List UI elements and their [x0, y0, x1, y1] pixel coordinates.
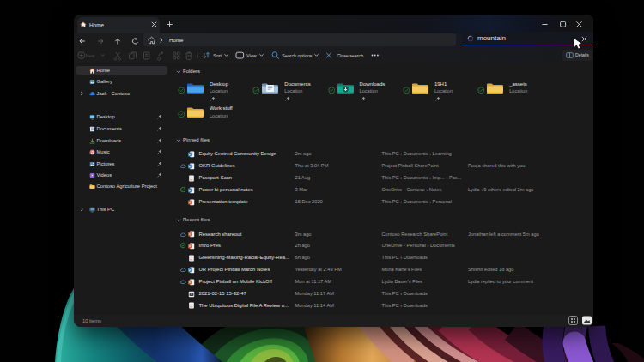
svg-text:New: New — [86, 53, 95, 58]
svg-text:Search options: Search options — [282, 53, 313, 58]
svg-text:Sort: Sort — [213, 53, 222, 58]
svg-text:View: View — [246, 53, 257, 58]
svg-text:Close search: Close search — [337, 53, 363, 58]
